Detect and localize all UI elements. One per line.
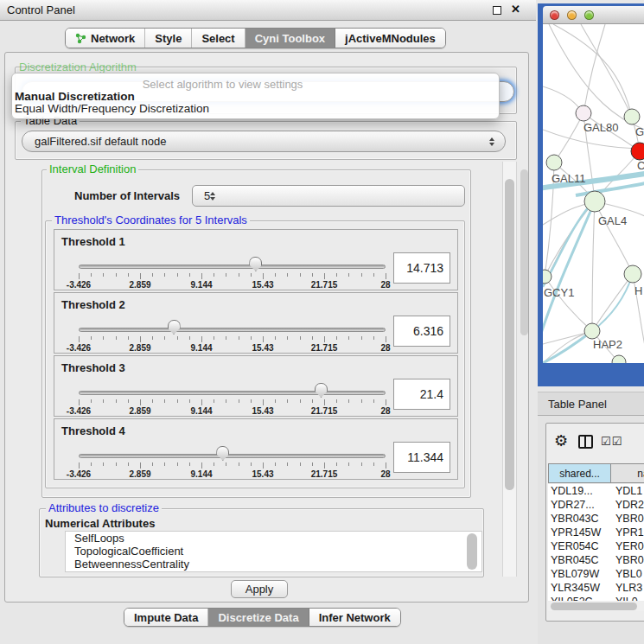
tab-label: Select — [201, 32, 234, 45]
slider-tick — [140, 399, 141, 405]
network-edge[interactable] — [583, 24, 605, 113]
table-row[interactable]: YBL079WYBL0 — [548, 567, 644, 581]
gear-icon[interactable]: ⚙ — [554, 431, 568, 450]
slider-tick — [152, 462, 153, 466]
network-node-label: GAL80 — [583, 121, 618, 134]
numerical-attributes-list[interactable]: SelfLoopsTopologicalCoefficientBetweenne… — [65, 531, 482, 572]
network-edge[interactable] — [595, 201, 633, 274]
slider-tick — [140, 336, 141, 342]
table-row[interactable]: YDR27...YDR2 — [548, 498, 644, 512]
minimize-traffic-light[interactable] — [567, 10, 577, 20]
settings-scrollbar-thumb[interactable] — [505, 179, 514, 490]
network-window-titlebar[interactable] — [543, 6, 644, 24]
tab-label: Cyni Toolbox — [255, 32, 325, 45]
table-row[interactable]: YER054CYER0 — [548, 539, 644, 553]
threshold-slider-track[interactable] — [79, 328, 386, 332]
network-node-green[interactable] — [546, 155, 562, 170]
network-node-red[interactable] — [631, 143, 644, 160]
tab-discretize-data[interactable]: Discretize Data — [208, 609, 309, 626]
network-node-green[interactable] — [624, 109, 640, 124]
threshold-slider-thumb[interactable] — [168, 320, 181, 335]
network-node-green[interactable] — [584, 191, 605, 212]
number-of-intervals-value: 5 — [204, 189, 210, 202]
number-of-intervals-spinner[interactable]: 5 — [192, 185, 465, 207]
network-canvas[interactable]: GAL80GACGAL11GAL4GCY1HHAP2 — [543, 24, 644, 363]
threshold-panel: Threshold 1-3.4262.8599.14415.4321.71528… — [54, 229, 458, 290]
columns-icon[interactable] — [578, 435, 593, 449]
slider-tick — [263, 399, 264, 405]
tab-infer-network[interactable]: Infer Network — [309, 609, 400, 626]
tab-network[interactable]: Network — [66, 29, 145, 48]
network-node-label: GAL4 — [598, 214, 627, 227]
network-edge[interactable] — [581, 24, 632, 117]
table-row[interactable]: YLR345WYLR3 — [548, 581, 644, 595]
network-node-green[interactable] — [624, 265, 641, 283]
slider-tick-label: 15.43 — [241, 280, 284, 290]
float-icon[interactable] — [493, 6, 501, 15]
top-tab-bar: NetworkStyleSelectCyni ToolboxjActiveMNo… — [65, 28, 446, 48]
slider-tick — [214, 273, 214, 277]
attributes-list-scrollbar[interactable] — [467, 533, 477, 570]
network-edge[interactable] — [592, 274, 633, 331]
threshold-value-field[interactable]: 11.344 — [393, 442, 450, 473]
apply-button[interactable]: Apply — [231, 580, 288, 598]
slider-tick — [336, 399, 337, 403]
slider-tick — [201, 273, 202, 279]
tab-impute-data[interactable]: Impute Data — [124, 609, 208, 626]
table-data-combobox[interactable]: galFiltered.sif default node — [22, 131, 506, 152]
threshold-slider-thumb[interactable] — [216, 446, 229, 461]
close-icon[interactable]: ✕ — [511, 3, 520, 16]
network-node-label: GCY1 — [544, 286, 574, 299]
network-edge-highlighted[interactable] — [576, 183, 644, 195]
slider-tick-label: 9.144 — [180, 469, 223, 479]
network-node-pink[interactable] — [576, 105, 591, 121]
checkbox-icons[interactable]: ☑☑ — [601, 435, 622, 448]
network-edge-highlighted[interactable] — [543, 331, 592, 363]
table-column-header-shared[interactable]: shared... — [548, 463, 611, 483]
threshold-panel: Threshold 3-3.4262.8599.14415.4321.71528… — [54, 355, 458, 417]
table-hscrollbar-thumb[interactable] — [551, 603, 637, 610]
table-row[interactable]: YBR043CYBR0 — [548, 512, 644, 526]
threshold-label: Threshold 2 — [61, 298, 125, 311]
threshold-value-field[interactable]: 14.713 — [393, 252, 450, 284]
outer-scrollbar-thumb[interactable] — [520, 169, 528, 335]
threshold-value-field[interactable]: 6.316 — [393, 316, 450, 347]
algorithm-option-equal-width[interactable]: Equal Width/Frequency Discretization — [15, 102, 209, 115]
table-row[interactable]: YBR045CYBR0 — [548, 553, 644, 567]
table-column-header-name[interactable]: na — [611, 463, 644, 483]
table-rows[interactable]: YDL19...YDL1YDR27...YDR2YBR043CYBR0YPR14… — [548, 484, 644, 601]
tab-cyni-toolbox[interactable]: Cyni Toolbox — [245, 29, 335, 48]
slider-tick — [300, 273, 301, 277]
slider-tick — [348, 399, 349, 403]
slider-tick-label: 21.715 — [303, 469, 346, 479]
table-row[interactable]: YPR145WYPR1 — [548, 526, 644, 539]
threshold-value-field[interactable]: 21.4 — [393, 379, 450, 410]
close-traffic-light[interactable] — [550, 10, 559, 20]
slider-tick-label: 21.715 — [303, 280, 346, 290]
slider-tick — [116, 462, 117, 466]
threshold-slider-thumb[interactable] — [315, 383, 328, 398]
list-item[interactable]: TopologicalCoefficient — [66, 545, 481, 558]
slider-tick — [189, 462, 190, 466]
list-item[interactable]: SelfLoops — [66, 532, 481, 545]
spinner-stepper-icon — [210, 192, 215, 201]
tab-label: Style — [155, 32, 182, 45]
slider-tick — [336, 462, 337, 466]
tab-jactivemnodules[interactable]: jActiveMNodules — [335, 29, 445, 48]
network-node-green[interactable] — [584, 323, 600, 339]
threshold-slider-thumb[interactable] — [249, 257, 262, 271]
table-row[interactable]: YDL19...YDL1 — [548, 484, 644, 498]
slider-tick — [239, 273, 239, 277]
threshold-label: Threshold 3 — [61, 361, 125, 374]
threshold-slider-track[interactable] — [79, 265, 386, 269]
list-item[interactable]: BetweennessCentrality — [66, 558, 481, 571]
table-row[interactable]: YIL052CYIL0 — [548, 595, 644, 601]
slider-tick — [287, 273, 288, 277]
network-edge[interactable] — [592, 201, 595, 331]
tab-select[interactable]: Select — [192, 29, 245, 48]
zoom-traffic-light[interactable] — [584, 10, 594, 20]
threshold-slider-track[interactable] — [79, 391, 386, 395]
tab-style[interactable]: Style — [145, 29, 192, 48]
threshold-slider-track[interactable] — [79, 454, 386, 458]
algorithm-option-manual[interactable]: Manual Discretization — [15, 90, 135, 103]
